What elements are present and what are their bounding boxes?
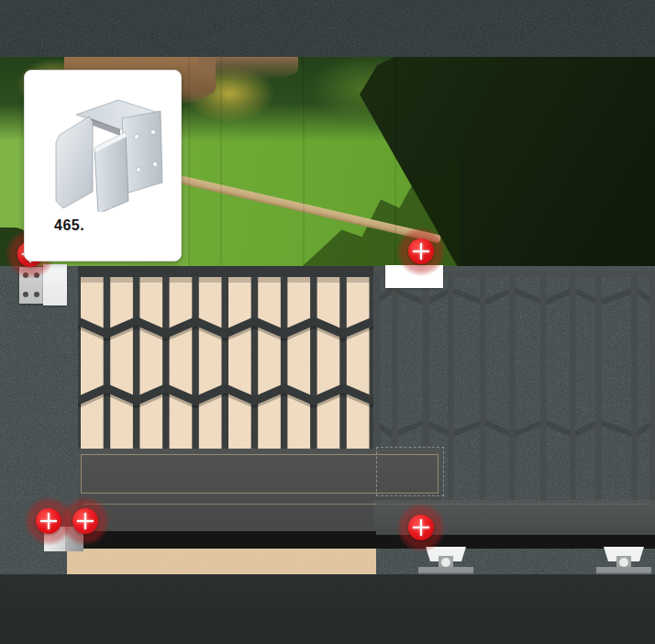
rail-line-lower	[78, 529, 441, 530]
rail-line	[83, 504, 376, 505]
plus-icon	[408, 239, 434, 264]
gate-left-section[interactable]	[78, 266, 373, 449]
sand-kerb-strip	[67, 549, 376, 574]
product-ref-label: 465.	[54, 217, 84, 234]
top-bar	[0, 0, 655, 57]
plus-icon	[72, 508, 98, 534]
photo-seam	[188, 57, 190, 266]
gate-configurator-canvas: 465.	[0, 0, 655, 644]
product-card[interactable]: 465.	[24, 70, 182, 261]
plus-icon	[36, 508, 61, 534]
gate-bracket-icon	[38, 91, 168, 212]
photo-seam	[220, 57, 222, 266]
selection-marquee	[376, 447, 444, 496]
ground	[0, 574, 655, 644]
mulch-bed-small	[197, 57, 298, 81]
gate-roller	[593, 547, 655, 576]
add-hotspot-post-right[interactable]	[61, 496, 110, 546]
plus-icon	[408, 515, 434, 540]
add-hotspot-gate-bottom[interactable]	[396, 503, 446, 552]
track-shadow-band	[67, 531, 376, 549]
photo-seam	[303, 57, 305, 266]
add-hotspot-gate-top[interactable]	[396, 227, 446, 276]
